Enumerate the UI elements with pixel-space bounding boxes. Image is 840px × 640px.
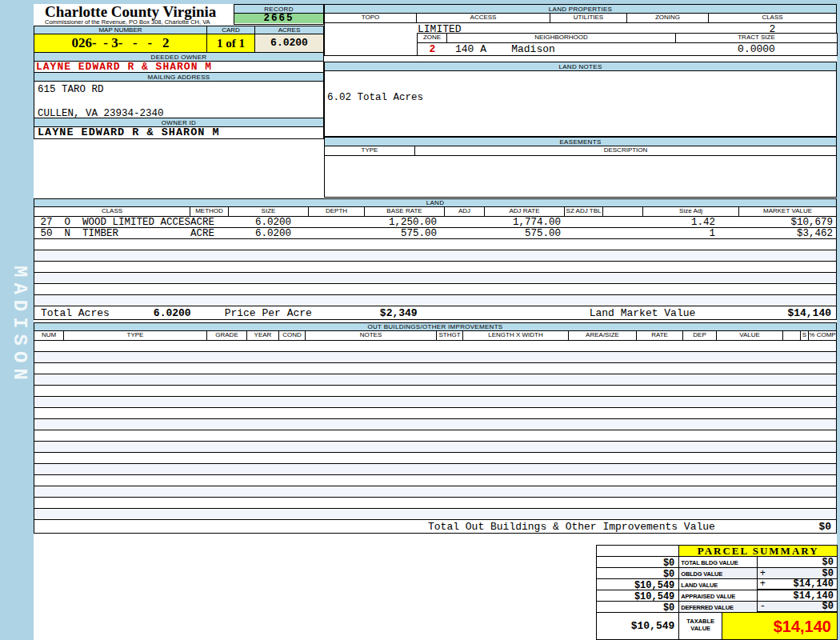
empty-row <box>34 352 836 363</box>
empty-row <box>34 408 836 419</box>
easements-empty-area <box>325 156 836 197</box>
empty-row <box>34 498 836 509</box>
land-totals-row: Total Acres 6.0200 Price Per Acre $2,349… <box>34 306 836 319</box>
deeded-owner-value: LAYNE EDWARD R & SHARON M <box>34 62 323 73</box>
taxable-value: $14,140 <box>722 613 837 639</box>
land-empty-rows <box>34 239 836 306</box>
land-row-2: 50 N TIMBER ACRE 6.0200 575.00 575.00 1 … <box>34 228 836 239</box>
obldg-value: $0 <box>822 568 834 579</box>
ob-col-value: VALUE <box>717 331 783 340</box>
ob-col-rate: RATE <box>637 331 683 340</box>
land-market-value-label: Land Market Value <box>590 307 696 319</box>
ob-col-sthgt: STHGT <box>437 331 463 340</box>
appraised-value: $14,140 <box>794 590 834 602</box>
land-row-market-value: $3,462 <box>739 228 836 239</box>
owner-id-value: LAYNE EDWARD R & SHARON M <box>34 127 323 138</box>
empty-row <box>34 284 836 295</box>
ob-col-notes: NOTES <box>306 331 437 340</box>
op-sign: + <box>760 579 766 590</box>
taxable-value-label: TAXABLE VALUE <box>679 613 722 639</box>
empty-row <box>34 262 836 273</box>
op-sign: - <box>760 602 766 612</box>
map-number-value: 026- - 3- - - 2 <box>34 34 207 52</box>
ob-col-num: NUM <box>34 331 64 340</box>
price-per-acre-value: $2,349 <box>380 307 418 319</box>
prev-land-value: $10,549 <box>597 579 679 590</box>
empty-row <box>34 374 836 386</box>
deferred-value-label: DEFERRED VALUE <box>679 602 757 613</box>
ob-total-label: Total Out Buildings & Other Improvements… <box>428 521 715 533</box>
prev-obldg-value: $0 <box>597 568 679 579</box>
land-properties-label: LAND PROPERTIES <box>325 5 836 14</box>
zone-label: ZONE <box>418 34 447 42</box>
land-row-class: 50 N TIMBER <box>34 228 190 239</box>
record-box: RECORD 2665 <box>234 4 324 25</box>
parcel-summary: PARCEL SUMMARY $0 TOTAL BLDG VALUE $0 $0… <box>596 545 838 640</box>
zone-table: ZONE NEIGHBORHOOD TRACT SIZE 2 140 A Mad… <box>417 33 838 56</box>
ob-col-dep: DEP <box>683 331 717 340</box>
card-content: Charlotte County Virginia Commissioner o… <box>34 4 837 640</box>
land-notes-text: 6.02 Total Acres <box>325 71 836 136</box>
empty-row <box>34 341 836 352</box>
out-buildings-total-row: Total Out Buildings & Other Improvements… <box>34 520 836 533</box>
zone-value: 2 <box>418 43 447 55</box>
summary-row-taxable: $10,549 TAXABLE VALUE $14,140 <box>597 613 837 639</box>
land-row-size: 6.0200 <box>229 228 309 239</box>
summary-row-total-bldg: $0 TOTAL BLDG VALUE $0 <box>597 557 837 568</box>
empty-row <box>34 250 836 262</box>
card-label: CARD <box>207 26 255 34</box>
parcel-id-block: MAP NUMBER CARD ACRES 026- - 3- - - 2 1 … <box>34 26 324 139</box>
topo-label: TOPO <box>325 14 417 22</box>
parcel-summary-title: PARCEL SUMMARY <box>679 546 837 557</box>
empty-row <box>34 295 836 306</box>
land-properties-panel: LAND PROPERTIES TOPO ACCESS UTILITIES ZO… <box>324 4 837 198</box>
land-row-adj-rate: 575.00 <box>485 228 565 239</box>
tract-size-label: TRACT SIZE <box>676 34 837 42</box>
empty-row <box>34 363 836 374</box>
deferred-value: $0 <box>822 602 834 612</box>
out-buildings-empty-rows <box>34 341 836 520</box>
county-title-block: Charlotte County Virginia Commissioner o… <box>34 4 234 26</box>
map-number-label: MAP NUMBER <box>34 26 207 34</box>
card-value: 1 of 1 <box>207 34 255 52</box>
land-row-method: ACRE <box>190 217 229 228</box>
ob-col-grade: GRADE <box>207 331 247 340</box>
total-bldg-value: $0 <box>822 557 834 568</box>
col-base-rate: BASE RATE <box>365 207 445 216</box>
out-buildings-label: OUT BUILDINGS/OTHER IMPROVEMENTS <box>34 323 836 331</box>
land-row-1: 27 O WOOD LIMITED ACCESS ACRE 6.0200 1,2… <box>34 217 836 228</box>
land-notes-box: LAND NOTES 6.02 Total Acres <box>324 62 837 137</box>
county-header: Charlotte County Virginia Commissioner o… <box>34 4 324 26</box>
land-row-size-adj: 1.42 <box>643 217 739 228</box>
tract-size-value: 0.0000 <box>676 43 837 55</box>
land-properties-box: LAND PROPERTIES TOPO ACCESS UTILITIES ZO… <box>324 4 837 56</box>
op-sign: + <box>760 568 766 579</box>
class-label: CLASS <box>709 14 836 22</box>
prev-taxable-value: $10,549 <box>597 613 679 639</box>
land-row-class: 27 O WOOD LIMITED ACCESS <box>34 217 190 228</box>
county-title: Charlotte County Virginia <box>45 5 234 19</box>
county-subtitle: Commissioner of the Revenue, PO Box 308,… <box>45 19 234 26</box>
col-size-adj: Size Adj <box>643 207 739 216</box>
ob-col-blank <box>783 331 801 340</box>
summary-row-land: $10,549 LAND VALUE +$14,140 <box>597 579 837 590</box>
empty-row <box>34 464 836 475</box>
land-row-method: ACRE <box>190 228 229 239</box>
land-value: $14,140 <box>794 579 834 590</box>
acres-value: 6.0200 <box>255 34 323 52</box>
ob-col-pct-comp: % COMP <box>809 331 836 340</box>
empty-row <box>34 386 836 397</box>
empty-row <box>34 430 836 442</box>
acres-label: ACRES <box>255 26 323 34</box>
prev-deferred-value: $0 <box>597 602 679 613</box>
empty-row <box>34 239 836 250</box>
summary-row-deferred: $0 DEFERRED VALUE -$0 <box>597 602 837 613</box>
total-bldg-value-label: TOTAL BLDG VALUE <box>679 557 757 568</box>
mailing-address-block: 615 TARO RD CULLEN, VA 23934-2340 <box>34 82 323 118</box>
ob-col-cond: COND <box>279 331 306 340</box>
col-blank <box>603 207 643 216</box>
ob-col-year: YEAR <box>247 331 279 340</box>
ob-col-type: TYPE <box>64 331 207 340</box>
land-row-size-adj: 1 <box>643 228 739 239</box>
empty-row <box>34 273 836 284</box>
